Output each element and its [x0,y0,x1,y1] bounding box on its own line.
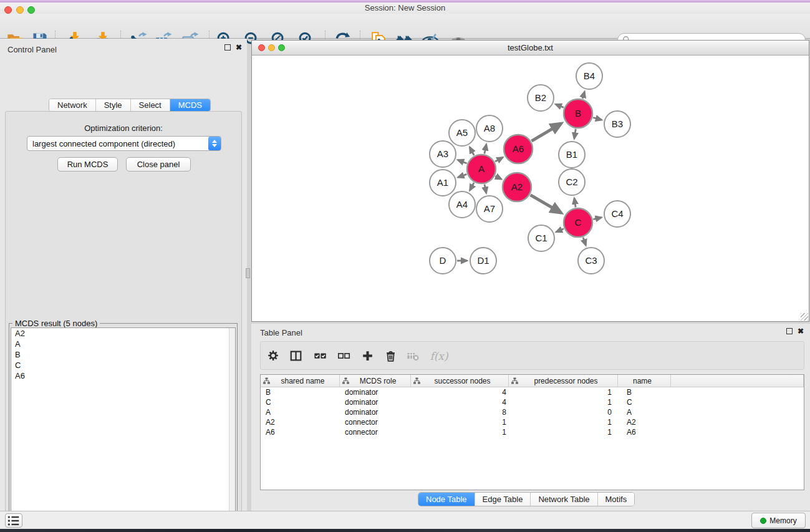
select-all-columns-button[interactable] [313,348,328,364]
column-header-MCDS-role[interactable]: MCDS role [340,375,411,387]
table-cell[interactable]: B [261,388,340,397]
unselect-all-columns-button[interactable] [337,348,352,364]
node-D1[interactable]: D1 [470,248,496,274]
control-panel-float-icon[interactable] [224,44,231,51]
show-columns-button[interactable] [289,348,304,364]
edge-A2-C[interactable] [531,195,562,213]
table-cell[interactable]: C [618,398,671,407]
table-cell[interactable]: dominator [340,408,411,417]
table-row[interactable]: Bdominator41B [261,387,804,397]
dropdown-spinner-icon[interactable] [208,137,221,150]
node-C3[interactable]: C3 [578,248,604,274]
close-panel-button[interactable]: Close panel [126,157,191,172]
edge-C-C3[interactable] [583,238,586,246]
node-B3[interactable]: B3 [604,111,630,137]
table-cell[interactable]: A2 [261,418,340,427]
table-cell[interactable]: dominator [340,398,411,407]
delete-columns-button[interactable] [383,348,398,364]
tab-mcds[interactable]: MCDS [170,99,210,111]
node-B4[interactable]: B4 [576,63,602,89]
node-A2[interactable]: A2 [503,173,531,201]
node-B[interactable]: B [564,99,592,128]
node-D[interactable]: D [430,248,456,274]
edge-A6-B[interactable] [532,123,562,141]
network-window-titlebar[interactable]: testGlobe.txt [252,41,809,56]
result-list-item[interactable]: A2 [11,328,235,339]
node-A6[interactable]: A6 [504,135,533,163]
function-builder-button[interactable]: f(x) [432,348,446,364]
table-row[interactable]: A6connector11A6 [261,427,804,437]
result-list-scrollbar[interactable] [229,328,235,532]
edge-B-B4[interactable] [582,92,584,99]
memory-button[interactable]: Memory [751,513,806,528]
mcds-result-list[interactable]: A2ABCA6 [11,327,236,532]
table-cell[interactable]: A [618,408,671,417]
edge-A-A7[interactable] [485,185,486,193]
result-list-item[interactable]: A [11,339,235,349]
table-cell[interactable]: B [618,388,671,397]
table-cell[interactable]: 1 [509,418,618,427]
table-cell[interactable]: 1 [411,428,509,437]
result-list-item[interactable]: A6 [11,370,235,381]
table-cell[interactable]: 4 [411,388,509,397]
edge-A-A6[interactable] [495,157,503,162]
window-resize-grip[interactable] [801,313,808,321]
task-history-button[interactable] [5,513,22,528]
node-C1[interactable]: C1 [528,225,554,251]
edge-C-C4[interactable] [593,218,601,220]
node-A8[interactable]: A8 [476,115,503,142]
table-cell[interactable]: dominator [340,388,411,397]
table-cell[interactable]: 1 [411,418,509,427]
criterion-dropdown[interactable]: largest connected component (directed) [27,136,221,151]
edge-A-A8[interactable] [485,145,486,154]
table-row[interactable]: Cdominator41C [261,397,804,407]
tab-edge-table[interactable]: Edge Table [475,493,531,506]
node-A1[interactable]: A1 [430,170,456,196]
table-row[interactable]: A2connector11A2 [261,417,804,427]
column-header-shared-name[interactable]: shared name [261,375,340,387]
table-cell[interactable]: 8 [411,408,509,417]
create-column-button[interactable] [360,348,375,364]
tab-network-table[interactable]: Network Table [531,493,597,506]
table-cell[interactable]: 1 [509,388,618,397]
table-cell[interactable]: A [261,408,340,417]
tab-node-table[interactable]: Node Table [418,493,475,506]
node-A4[interactable]: A4 [449,191,475,218]
edge-A-A3[interactable] [458,160,467,163]
result-list-item[interactable]: C [11,360,235,370]
column-header-predecessor-nodes[interactable]: predecessor nodes [509,375,618,387]
edge-A-A4[interactable] [470,183,474,190]
table-row[interactable]: Adominator80A [261,407,804,417]
edge-B-B3[interactable] [593,118,602,120]
network-canvas[interactable]: AA1A2A3A4A5A6A7A8BB1B2B3B4CC1C2C3C4DD1 [252,56,809,321]
node-B1[interactable]: B1 [559,142,585,168]
table-cell[interactable]: A2 [618,418,671,427]
edge-C-C2[interactable] [574,198,576,208]
node-A[interactable]: A [467,155,496,183]
table-cell[interactable]: connector [340,418,411,427]
tab-motifs[interactable]: Motifs [598,493,635,506]
result-list-item[interactable]: B [11,349,235,360]
table-cell[interactable]: 0 [509,408,618,417]
tab-style[interactable]: Style [96,99,131,111]
network-graph[interactable]: AA1A2A3A4A5A6A7A8BB1B2B3B4CC1C2C3C4DD1 [252,56,809,321]
edge-C-C1[interactable] [556,229,564,232]
table-panel-close-icon[interactable]: ✖ [798,328,804,334]
node-C2[interactable]: C2 [559,169,585,195]
tab-select[interactable]: Select [131,99,170,111]
table-cell[interactable]: 4 [411,398,509,407]
column-header-name[interactable]: name [618,375,671,387]
table-cell[interactable]: C [261,398,340,407]
node-A7[interactable]: A7 [476,196,503,222]
edge-A-A2[interactable] [495,176,501,179]
delete-table-button[interactable] [406,348,421,364]
table-cell[interactable]: A6 [261,428,340,437]
table-panel-float-icon[interactable] [786,328,793,334]
node-C4[interactable]: C4 [604,201,630,227]
node-A3[interactable]: A3 [430,141,456,167]
edge-A-A1[interactable] [458,174,467,177]
edge-A-A5[interactable] [470,147,474,155]
edge-B-B2[interactable] [556,104,564,107]
run-mcds-button[interactable]: Run MCDS [57,157,118,172]
table-cell[interactable]: 1 [509,428,618,437]
